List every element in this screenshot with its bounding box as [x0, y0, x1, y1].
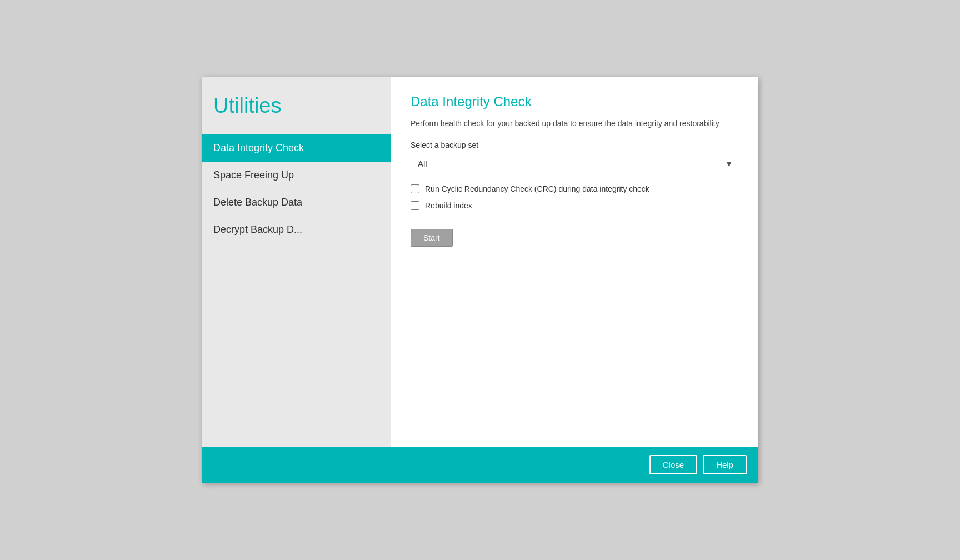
- rebuild-index-label: Rebuild index: [425, 201, 472, 210]
- sidebar-item-decrypt-backup[interactable]: Decrypt Backup D...: [202, 216, 391, 243]
- rebuild-index-checkbox-row: Rebuild index: [411, 201, 738, 210]
- help-button[interactable]: Help: [703, 455, 747, 474]
- crc-label: Run Cyclic Redundancy Check (CRC) during…: [425, 184, 649, 193]
- main-content: Data Integrity Check Perform health chec…: [391, 77, 758, 447]
- sidebar-title: Utilities: [202, 88, 391, 134]
- crc-checkbox-row: Run Cyclic Redundancy Check (CRC) during…: [411, 184, 738, 193]
- crc-checkbox[interactable]: [411, 184, 419, 193]
- sidebar-item-delete-backup-data[interactable]: Delete Backup Data: [202, 189, 391, 216]
- sidebar-item-space-freeing-up[interactable]: Space Freeing Up: [202, 162, 391, 189]
- section-description: Perform health check for your backed up …: [411, 118, 738, 129]
- select-label: Select a backup set: [411, 141, 738, 149]
- dialog-footer: Close Help: [202, 447, 758, 483]
- sidebar: Utilities Data Integrity Check Space Fre…: [202, 77, 391, 447]
- start-button[interactable]: Start: [411, 229, 453, 247]
- utilities-dialog: Utilities Data Integrity Check Space Fre…: [202, 77, 758, 483]
- dialog-body: Utilities Data Integrity Check Space Fre…: [202, 77, 758, 447]
- backup-set-select[interactable]: All: [411, 154, 738, 173]
- backup-set-select-wrapper: All ▼: [411, 154, 738, 173]
- rebuild-index-checkbox[interactable]: [411, 201, 419, 210]
- sidebar-item-data-integrity-check[interactable]: Data Integrity Check: [202, 134, 391, 162]
- close-button[interactable]: Close: [649, 455, 697, 474]
- section-title: Data Integrity Check: [411, 94, 738, 109]
